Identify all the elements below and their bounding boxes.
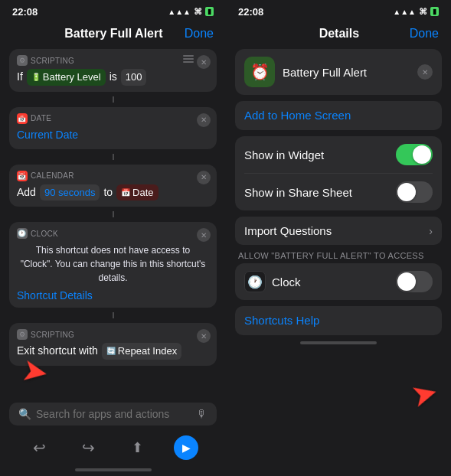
connector-3 (113, 211, 114, 217)
battery-icon: ▮ (205, 7, 214, 16)
is-keyword: is (109, 69, 117, 85)
import-label: Import Questions (244, 224, 332, 237)
clock-access-label-wrap: 🕐 Clock (244, 271, 301, 292)
date-card-close[interactable]: ✕ (197, 113, 211, 127)
calendar-content: Add 90 seconds to 📅 Date (17, 184, 209, 201)
play-button[interactable]: ▶ (174, 435, 198, 460)
mic-icon[interactable]: 🎙 (197, 408, 208, 420)
right-time: 22:08 (238, 6, 263, 18)
right-nav-title: Details (269, 27, 410, 41)
left-red-arrow: ➤ (21, 357, 48, 388)
scripting-icon-1: ⚙ (17, 55, 28, 66)
clock-access-text: Clock (272, 275, 301, 289)
shortcut-info-close[interactable]: ✕ (417, 64, 433, 80)
show-share-knob (397, 183, 416, 201)
scripting-card-2-close[interactable]: ✕ (197, 329, 211, 343)
scripting-icon-2: ⚙ (17, 329, 28, 340)
right-battery-icon: ▮ (430, 7, 439, 16)
date-content: Current Date (17, 127, 209, 143)
toggle-section: Show in Widget Show in Share Sheet (235, 136, 442, 210)
right-status-bar: 22:08 ▲▲▲ ⌘ ▮ (226, 0, 451, 21)
show-widget-toggle[interactable] (396, 144, 433, 165)
right-home-indicator (300, 341, 377, 344)
add-home-screen-button[interactable]: Add to Home Screen (235, 101, 442, 130)
signal-icon: ▲▲▲ (168, 8, 191, 16)
value-100-badge[interactable]: 100 (121, 69, 147, 86)
to-text: to (103, 184, 113, 201)
shortcut-info-card: ⏰ Battery Full Alert ✕ (235, 49, 442, 95)
undo-button[interactable]: ↩ (28, 435, 52, 460)
clock-label: 🕐 CLOCK (17, 228, 209, 239)
right-panel: 22:08 ▲▲▲ ⌘ ▮ Details Done ⏰ Battery Ful… (226, 0, 451, 476)
repeat-index-badge[interactable]: 🔄 Repeat Index (102, 343, 181, 360)
left-nav-bar: Battery Full Alert Done (0, 21, 226, 49)
redo-button[interactable]: ↪ (77, 435, 101, 460)
scripting-content-1: If 🔋 Battery Level is 100 (17, 69, 209, 86)
import-chevron-icon: › (429, 225, 433, 237)
wifi-icon: ⌘ (194, 7, 202, 17)
left-home-indicator (75, 468, 152, 471)
calendar-card: 📆 CALENDAR ✕ Add 90 seconds to 📅 Date (9, 165, 217, 207)
calendar-card-close[interactable]: ✕ (197, 171, 211, 184)
shortcut-details-link[interactable]: Shortcut Details (17, 289, 209, 302)
clock-access-knob (397, 272, 416, 291)
left-bottom-toolbar: ↩ ↪ ⬆ ▶ (0, 430, 226, 468)
right-wifi-icon: ⌘ (419, 7, 427, 17)
left-panel: 22:08 ▲▲▲ ⌘ ▮ Battery Full Alert Done ⚙ … (0, 0, 226, 476)
left-done-button[interactable]: Done (185, 27, 214, 41)
scripting-label-2: ⚙ SCRIPTING (17, 329, 209, 340)
battery-level-badge[interactable]: 🔋 Battery Level (27, 69, 106, 86)
share-button[interactable]: ⬆ (125, 435, 149, 460)
clock-icon: 🕐 (17, 228, 28, 239)
calendar-icon: 📆 (17, 171, 28, 181)
connector-2 (113, 154, 114, 160)
access-section-label: ALLOW "BATTERY FULL ALERT" TO ACCESS (235, 251, 442, 260)
card-handle-1[interactable] (183, 55, 194, 63)
right-signal-icon: ▲▲▲ (393, 8, 416, 16)
add-home-text: Add to Home Screen (244, 109, 351, 122)
date-label: 📅 DATE (17, 113, 209, 124)
scripting-card-1: ⚙ SCRIPTING ✕ If 🔋 Battery Level is 100 (9, 49, 217, 92)
shortcut-name-text: Battery Full Alert (283, 66, 410, 79)
show-share-row: Show in Share Sheet (235, 174, 442, 210)
search-bar[interactable]: 🔍 🎙 (9, 403, 217, 425)
shortcuts-help-text: Shortcuts Help (244, 314, 319, 327)
clock-card-close[interactable]: ✕ (197, 228, 211, 242)
show-widget-label: Show in Widget (244, 148, 324, 161)
clock-app-icon: 🕐 (244, 271, 266, 292)
scripting-label-1: ⚙ SCRIPTING (17, 55, 209, 66)
connector-4 (113, 312, 114, 318)
access-section: 🕐 Clock (235, 263, 442, 300)
date-badge[interactable]: 📅 Date (116, 184, 158, 201)
import-questions-button[interactable]: Import Questions › (235, 217, 442, 245)
search-icon: 🔍 (18, 408, 31, 420)
current-date-text: Current Date (17, 127, 78, 143)
show-widget-knob (413, 145, 431, 164)
date-icon: 📅 (17, 113, 28, 124)
battery-level-text: Battery Level (43, 70, 101, 85)
clock-access-toggle[interactable] (396, 271, 433, 292)
date-badge-text: Date (132, 185, 153, 201)
card-close-1[interactable]: ✕ (197, 55, 211, 69)
left-scroll-content: ⚙ SCRIPTING ✕ If 🔋 Battery Level is 100 … (0, 49, 226, 398)
show-share-toggle[interactable] (396, 181, 433, 203)
if-keyword: If (17, 69, 23, 85)
show-share-label: Show in Share Sheet (244, 186, 352, 199)
shortcut-app-icon: ⏰ (244, 57, 275, 87)
right-nav-bar: Details Done (226, 21, 451, 49)
right-status-icons: ▲▲▲ ⌘ ▮ (393, 7, 439, 17)
right-red-arrow: ➤ (410, 379, 439, 412)
clock-card: 🕐 CLOCK ✕ This shortcut does not have ac… (9, 222, 217, 308)
left-time: 22:08 (12, 6, 38, 18)
left-status-bar: 22:08 ▲▲▲ ⌘ ▮ (0, 0, 226, 21)
search-input[interactable] (36, 408, 192, 420)
clock-card-text: This shortcut does not have access to "C… (17, 242, 209, 286)
connector-1 (113, 96, 114, 103)
shortcuts-help-button[interactable]: Shortcuts Help (235, 306, 442, 335)
seconds-90-badge[interactable]: 90 seconds (40, 184, 100, 201)
add-text: Add (17, 184, 36, 201)
calendar-label: 📆 CALENDAR (17, 171, 209, 181)
clock-access-row: 🕐 Clock (235, 263, 442, 300)
right-done-button[interactable]: Done (410, 27, 439, 41)
repeat-index-text: Repeat Index (118, 344, 177, 359)
